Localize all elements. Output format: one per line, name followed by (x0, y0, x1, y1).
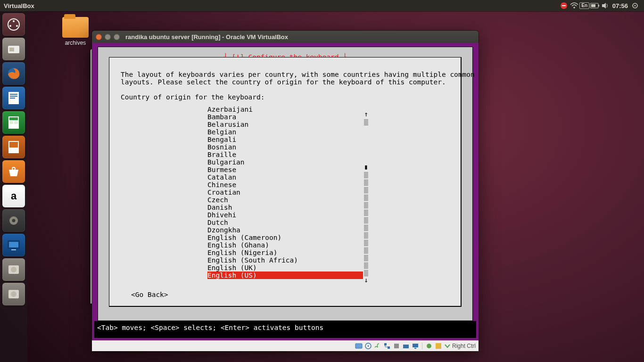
country-option-label: Azerbaijani (207, 106, 363, 113)
country-option[interactable]: Catalan (207, 173, 452, 181)
country-option-label: Chinese (207, 181, 363, 189)
launcher-impress[interactable] (2, 136, 25, 158)
launcher-virtualbox[interactable] (2, 234, 25, 256)
svg-rect-43 (413, 344, 418, 347)
launcher-writer[interactable] (2, 87, 25, 109)
country-option[interactable]: English (Cameroon) (207, 234, 452, 241)
country-option[interactable]: Czech (207, 196, 452, 204)
launcher-files[interactable] (2, 38, 25, 60)
virtualbox-window: randika ubuntu server [Running] - Oracle… (92, 31, 479, 351)
status-shared-folders-icon[interactable] (402, 342, 410, 350)
svg-marker-6 (602, 3, 606, 8)
country-option[interactable]: Danish (207, 204, 452, 211)
battery-icon[interactable] (590, 3, 600, 8)
host-key-indicator[interactable]: Right Ctrl (444, 343, 476, 349)
list-scroll-indicator: ↑ ▮ (364, 110, 368, 284)
status-hdd-icon[interactable] (355, 342, 363, 350)
keyboard-layout-indicator[interactable]: En (579, 2, 590, 9)
status-display-icon[interactable] (412, 342, 419, 350)
svg-rect-23 (14, 121, 18, 124)
window-maximize-button[interactable] (114, 34, 120, 40)
country-option-label: English (UK) (207, 264, 363, 272)
svg-rect-19 (10, 98, 15, 99)
launcher-disk-a[interactable] (2, 258, 25, 281)
svg-rect-31 (11, 249, 16, 250)
country-option-label: Croatian (207, 189, 363, 196)
keyboard-country-list[interactable]: AzerbaijaniBambaraBelarusianBelgianBenga… (207, 106, 452, 279)
country-option[interactable]: Bengali (207, 136, 452, 143)
session-gear-icon[interactable] (630, 2, 640, 9)
country-option-label: English (Ghana) (207, 241, 363, 249)
country-option[interactable]: Azerbaijani (207, 106, 452, 113)
status-recording-icon[interactable] (425, 342, 433, 350)
status-guest-additions-icon[interactable] (435, 342, 442, 350)
window-close-button[interactable] (96, 34, 102, 40)
country-option-label: English (South Africa) (207, 256, 363, 264)
go-back-button[interactable]: <Go Back> (131, 291, 168, 298)
svg-rect-36 (355, 344, 362, 348)
window-minimize-button[interactable] (105, 34, 111, 40)
svg-rect-25 (9, 142, 18, 148)
guest-framebuffer[interactable]: ┤ [!] Configure the keyboard ├ The layou… (92, 43, 479, 341)
country-option[interactable]: English (UK) (207, 264, 452, 272)
network-wifi-icon[interactable] (569, 2, 579, 9)
country-option-label: Bambara (207, 113, 363, 121)
svg-rect-21 (9, 117, 18, 120)
launcher-calc[interactable] (2, 111, 25, 134)
country-option[interactable]: Chinese (207, 181, 452, 189)
country-option-label: Belarusian (207, 121, 363, 128)
installer-dialog: The layout of keyboards varies per count… (109, 57, 462, 307)
svg-point-11 (9, 25, 11, 27)
country-option[interactable]: Burmese (207, 166, 452, 173)
country-option[interactable]: English (US) (207, 272, 452, 279)
svg-rect-5 (591, 4, 595, 7)
dialog-instructions-line: layouts. Please select the country of or… (121, 78, 449, 86)
status-optical-icon[interactable] (364, 342, 372, 350)
svg-rect-30 (9, 242, 18, 247)
country-option[interactable]: Bambara (207, 113, 452, 121)
top-panel: VirtualBox En 07:56 (0, 0, 644, 11)
window-title: randika ubuntu server [Running] - Oracle… (125, 33, 288, 41)
country-option-label: Czech (207, 196, 363, 204)
status-audio-icon[interactable] (374, 342, 381, 350)
country-option-label: Burmese (207, 166, 363, 173)
status-usb-icon[interactable] (393, 342, 400, 350)
country-option[interactable]: Belgian (207, 128, 452, 136)
country-option[interactable]: Bosnian (207, 143, 452, 151)
chevron-down-icon (444, 343, 451, 349)
clock[interactable]: 07:56 (612, 2, 628, 9)
launcher-settings[interactable] (2, 209, 25, 232)
country-option[interactable]: Dhivehi (207, 211, 452, 219)
svg-rect-41 (394, 344, 399, 348)
error-indicator-icon[interactable] (559, 2, 569, 9)
country-option[interactable]: Belarusian (207, 121, 452, 128)
window-titlebar[interactable]: randika ubuntu server [Running] - Oracle… (92, 31, 479, 43)
country-option[interactable]: Bulgarian (207, 158, 452, 166)
launcher-amazon[interactable]: a (2, 185, 25, 207)
country-option[interactable]: English (Nigeria) (207, 249, 452, 256)
country-option[interactable]: English (South Africa) (207, 256, 452, 264)
country-option-label: Belgian (207, 128, 363, 136)
country-option[interactable]: Dzongkha (207, 226, 452, 234)
svg-rect-17 (10, 94, 17, 95)
svg-rect-1 (562, 5, 566, 6)
country-option[interactable]: Croatian (207, 189, 452, 196)
svg-rect-44 (414, 348, 416, 349)
svg-point-38 (367, 346, 369, 347)
country-option-label: Bengali (207, 136, 363, 143)
country-option[interactable]: English (Ghana) (207, 241, 452, 249)
country-option-label: Dutch (207, 219, 363, 226)
installer-help-line: <Tab> moves; <Space> selects; <Enter> ac… (97, 324, 323, 331)
country-option[interactable]: Braille (207, 151, 452, 158)
launcher-firefox[interactable] (2, 62, 25, 85)
host-key-label: Right Ctrl (452, 343, 476, 349)
launcher-disk-b[interactable] (2, 283, 25, 305)
dialog-instructions-line: The layout of keyboards varies per count… (121, 71, 449, 78)
desktop-background: VirtualBox En 07:56 (0, 0, 644, 362)
status-network-icon[interactable] (383, 342, 391, 350)
country-option[interactable]: Dutch (207, 219, 452, 226)
launcher-dash[interactable] (2, 13, 25, 36)
svg-rect-39 (384, 343, 387, 346)
volume-icon[interactable] (600, 2, 611, 9)
launcher-software-center[interactable] (2, 160, 25, 183)
